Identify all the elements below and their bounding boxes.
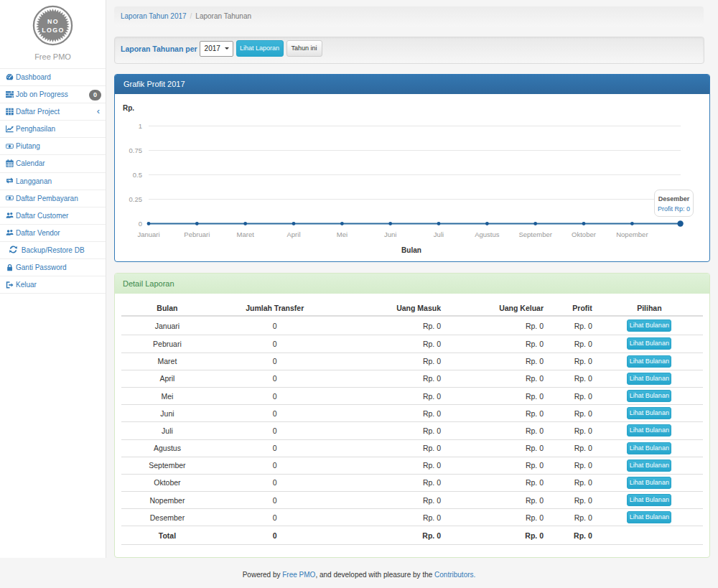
svg-text:NO: NO (47, 18, 59, 25)
svg-text:LOGO: LOGO (42, 27, 65, 34)
